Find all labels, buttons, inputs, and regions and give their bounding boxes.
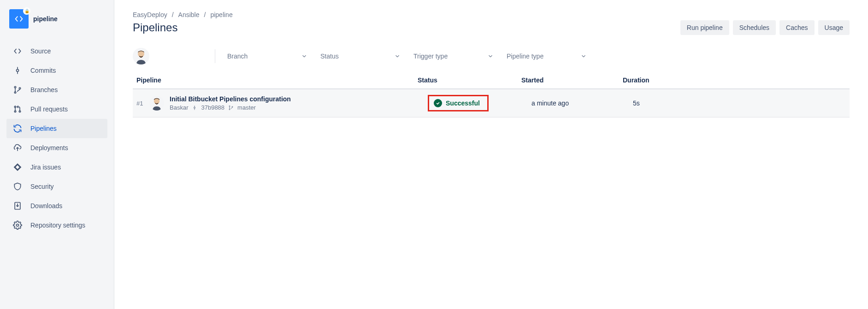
- title-row: Pipelines Run pipeline Schedules Caches …: [133, 20, 850, 35]
- lock-icon: 🔒: [23, 7, 30, 15]
- sidebar-item-label: Repository settings: [30, 222, 85, 229]
- svg-point-21: [232, 106, 233, 107]
- sidebar-item-label: Jira issues: [30, 163, 61, 171]
- pipeline-meta: Baskar 37b9888 master: [170, 104, 428, 111]
- svg-point-7: [14, 111, 16, 112]
- pipeline-number: #1: [136, 100, 149, 107]
- sidebar-item-repository-settings[interactable]: Repository settings: [6, 216, 107, 235]
- sidebar-item-branches[interactable]: Branches: [6, 80, 107, 99]
- sidebar-item-label: Source: [30, 47, 51, 55]
- sidebar-item-deployments[interactable]: Deployments: [6, 138, 107, 157]
- duration-cell: 5s: [633, 99, 846, 107]
- filter-avatar[interactable]: [133, 48, 149, 64]
- repo-name: pipeline: [33, 15, 58, 23]
- svg-point-4: [14, 92, 16, 93]
- chevron-down-icon: [394, 53, 401, 59]
- svg-point-3: [14, 87, 16, 88]
- check-circle-icon: [434, 99, 442, 107]
- sidebar-item-commits[interactable]: Commits: [6, 61, 107, 80]
- th-started: Started: [521, 76, 623, 84]
- sidebar-item-label: Deployments: [30, 144, 68, 152]
- repo-logo: 🔒: [9, 9, 29, 29]
- sidebar-item-label: Commits: [30, 67, 56, 74]
- pipeline-commit: 37b9888: [201, 104, 224, 111]
- action-buttons: Run pipeline Schedules Caches Usage: [680, 20, 850, 35]
- breadcrumb-separator: /: [172, 11, 174, 18]
- svg-point-11: [17, 224, 19, 227]
- commit-icon: [12, 65, 23, 76]
- branch-icon: [12, 84, 23, 95]
- caches-button[interactable]: Caches: [779, 20, 814, 35]
- breadcrumb-repo[interactable]: pipeline: [210, 11, 232, 18]
- th-duration: Duration: [623, 76, 846, 84]
- sidebar-item-security[interactable]: Security: [6, 177, 107, 196]
- breadcrumb-project[interactable]: Ansible: [178, 11, 200, 18]
- user-avatar-icon: [149, 96, 164, 111]
- branch-icon: [228, 105, 234, 111]
- pipeline-author: Baskar: [170, 104, 188, 111]
- sidebar-item-label: Branches: [30, 86, 58, 93]
- status-badge: Successful: [428, 95, 489, 111]
- breadcrumb: EasyDeploy / Ansible / pipeline: [133, 11, 850, 18]
- filter-ptype-label: Pipeline type: [507, 52, 543, 60]
- source-icon: [12, 46, 23, 57]
- avatar: [149, 96, 164, 111]
- pipeline-branch: master: [237, 104, 256, 111]
- pipelines-icon: [12, 123, 23, 134]
- svg-point-19: [229, 105, 230, 106]
- commit-icon: [192, 105, 197, 111]
- pull-request-icon: [12, 104, 23, 115]
- filter-divider: [215, 49, 215, 63]
- sidebar-item-pull-requests[interactable]: Pull requests: [6, 99, 107, 119]
- svg-point-16: [194, 107, 195, 108]
- svg-point-5: [19, 87, 20, 89]
- filters-row: Branch Status Trigger type Pipeline type: [133, 48, 850, 64]
- svg-point-0: [17, 70, 19, 72]
- status-cell: Successful: [428, 95, 531, 111]
- chevron-down-icon: [487, 53, 494, 59]
- breadcrumb-separator: /: [204, 11, 206, 18]
- filter-status[interactable]: Status: [317, 48, 404, 64]
- sidebar-item-label: Security: [30, 183, 54, 190]
- breadcrumb-workspace[interactable]: EasyDeploy: [133, 11, 167, 18]
- page-title: Pipelines: [133, 21, 177, 34]
- filter-branch[interactable]: Branch: [224, 48, 311, 64]
- sidebar: 🔒 pipeline Source Commits Branches Pull …: [0, 0, 114, 309]
- filter-trigger-type[interactable]: Trigger type: [410, 48, 497, 64]
- chevron-down-icon: [580, 53, 587, 59]
- th-status: Status: [418, 76, 521, 84]
- deployments-icon: [12, 142, 23, 153]
- gear-icon: [12, 220, 23, 231]
- sidebar-item-jira-issues[interactable]: Jira issues: [6, 157, 107, 177]
- main-content: EasyDeploy / Ansible / pipeline Pipeline…: [114, 0, 868, 309]
- user-avatar-icon: [133, 48, 149, 64]
- jira-icon: [12, 162, 23, 173]
- sidebar-item-label: Pipelines: [30, 125, 57, 132]
- run-pipeline-button[interactable]: Run pipeline: [680, 20, 729, 35]
- downloads-icon: [12, 200, 23, 211]
- pipeline-title: Initial Bitbucket Pipelines configuratio…: [170, 95, 428, 103]
- chevron-down-icon: [301, 53, 307, 59]
- sidebar-item-label: Downloads: [30, 202, 62, 210]
- svg-point-8: [19, 111, 20, 112]
- table-header: Pipeline Status Started Duration: [133, 76, 850, 89]
- filter-branch-label: Branch: [227, 52, 248, 60]
- shield-icon: [12, 181, 23, 192]
- filter-trigger-label: Trigger type: [413, 52, 448, 60]
- sidebar-item-downloads[interactable]: Downloads: [6, 196, 107, 216]
- sidebar-header: 🔒 pipeline: [0, 9, 114, 41]
- th-pipeline: Pipeline: [136, 76, 418, 84]
- svg-point-20: [229, 109, 230, 110]
- svg-point-6: [14, 106, 16, 107]
- sidebar-item-label: Pull requests: [30, 105, 68, 113]
- sidebar-item-pipelines[interactable]: Pipelines: [6, 119, 107, 138]
- started-cell: a minute ago: [531, 99, 633, 107]
- filter-status-label: Status: [320, 52, 339, 60]
- table-row[interactable]: #1 Initial Bitbucket Pipelines configura…: [133, 89, 850, 117]
- status-text: Successful: [446, 99, 480, 107]
- schedules-button[interactable]: Schedules: [733, 20, 776, 35]
- filter-pipeline-type[interactable]: Pipeline type: [503, 48, 590, 64]
- pipeline-info: Initial Bitbucket Pipelines configuratio…: [170, 95, 428, 111]
- usage-button[interactable]: Usage: [818, 20, 850, 35]
- sidebar-item-source[interactable]: Source: [6, 41, 107, 61]
